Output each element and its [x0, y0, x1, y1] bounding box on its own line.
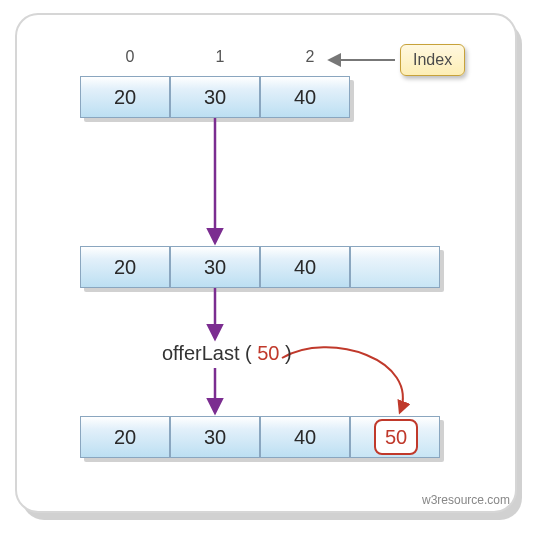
row1-cell-1: 30: [170, 76, 260, 118]
index-label-0: 0: [110, 48, 150, 66]
row1-cell-0: 20: [80, 76, 170, 118]
row3-cell-2: 40: [260, 416, 350, 458]
row2-cell-3-empty: [350, 246, 440, 288]
row3-cell-0: 20: [80, 416, 170, 458]
row2-cell-1: 30: [170, 246, 260, 288]
row2-cell-0: 20: [80, 246, 170, 288]
diagram-stage: { "indices": { "i0": "0", "i1": "1", "i2…: [0, 0, 540, 537]
index-label-2: 2: [290, 48, 330, 66]
index-tag: Index: [400, 44, 465, 76]
row3-inserted-value: 50: [374, 419, 418, 455]
row2-cell-2: 40: [260, 246, 350, 288]
method-call-label: offerLast ( 50 ): [162, 342, 292, 365]
row3-cell-1: 30: [170, 416, 260, 458]
method-name: offerLast: [162, 342, 239, 364]
method-argument: 50: [257, 342, 279, 364]
row1-cell-2: 40: [260, 76, 350, 118]
index-label-1: 1: [200, 48, 240, 66]
footer-attribution: w3resource.com: [422, 493, 510, 507]
